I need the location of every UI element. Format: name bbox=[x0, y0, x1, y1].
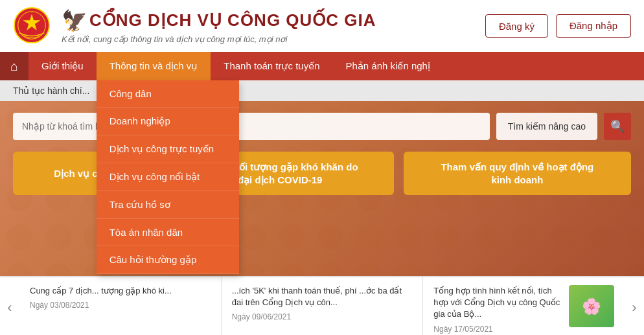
header: 🦅 CỔNG DỊCH VỤ CÔNG QUỐC GIA Kết nối, cu… bbox=[0, 0, 644, 52]
news-thumb-2: 🌸 bbox=[569, 285, 614, 327]
nav-label-thong-tin: Thông tin và dịch vụ bbox=[109, 60, 198, 72]
login-button[interactable]: Đăng nhập bbox=[556, 14, 631, 38]
news-item-2: Tổng hợp tình hình kết nối, tích hợp với… bbox=[423, 277, 625, 335]
dropdown-item-dich-vu-cong-truc-tuyen[interactable]: Dịch vụ công trực tuyến bbox=[97, 135, 239, 163]
news-date-0: Ngày 03/08/2021 bbox=[30, 301, 211, 310]
nav-item-phan-anh[interactable]: Phản ánh kiến nghị bbox=[333, 52, 443, 80]
dropdown-item-doanh-nghiep[interactable]: Doanh nghiệp bbox=[97, 108, 239, 135]
nav-label-phan-anh: Phản ánh kiến nghị bbox=[346, 60, 430, 72]
dropdown-item-toa-an[interactable]: Tòa án nhân dân bbox=[97, 219, 239, 246]
nav-label-thanh-toan: Thanh toán trực tuyến bbox=[224, 60, 319, 72]
news-title-2: Tổng hợp tình hình kết nối, tích hợp với… bbox=[433, 285, 564, 321]
nav-item-gioi-thieu[interactable]: Giới thiệu bbox=[29, 52, 97, 80]
dropdown-item-cong-dan[interactable]: Công dân bbox=[97, 80, 239, 108]
news-prev-button[interactable]: ‹ bbox=[0, 277, 19, 335]
news-title-1: ...ích '5K' khi thanh toán thuế, phí ...… bbox=[232, 285, 413, 308]
search-submit-button[interactable]: 🔍 bbox=[604, 113, 631, 140]
news-item-1: ...ích '5K' khi thanh toán thuế, phí ...… bbox=[222, 277, 424, 335]
logo-bird-icon: 🦅 bbox=[62, 8, 88, 33]
header-buttons: Đăng ký Đăng nhập bbox=[485, 14, 631, 38]
news-item-0: Cung cấp 7 dịch... tượng gặp khó ki... N… bbox=[19, 277, 222, 335]
nav-item-thong-tin[interactable]: Thông tin và dịch vụ Công dân Doanh nghi… bbox=[97, 52, 211, 80]
news-row: ‹ Cung cấp 7 dịch... tượng gặp khó ki...… bbox=[0, 276, 644, 335]
search-advanced-button[interactable]: Tìm kiếm nâng cao bbox=[496, 113, 597, 140]
news-date-2: Ngày 17/05/2021 bbox=[433, 325, 564, 334]
logo-subtitle-text: Kết nối, cung cấp thông tin và dịch vụ c… bbox=[62, 34, 485, 44]
search-input[interactable] bbox=[13, 113, 490, 140]
logo-title-text: CỔNG DỊCH VỤ CÔNG QUỐC GIA bbox=[89, 10, 376, 30]
register-button[interactable]: Đăng ký bbox=[485, 14, 548, 38]
news-title-0: Cung cấp 7 dịch... tượng gặp khó ki... bbox=[30, 285, 211, 297]
nav-bar: ⌂ Giới thiệu Thông tin và dịch vụ Công d… bbox=[0, 52, 644, 80]
news-items: Cung cấp 7 dịch... tượng gặp khó ki... N… bbox=[19, 277, 625, 335]
home-icon: ⌂ bbox=[10, 59, 18, 74]
action-label-2: Tham vấn quy định về hoạt động kinh doan… bbox=[441, 161, 593, 185]
dropdown-item-cau-hoi[interactable]: Câu hỏi thường gặp bbox=[97, 246, 239, 274]
nav-home-button[interactable]: ⌂ bbox=[0, 52, 29, 80]
dropdown-item-tra-cuu[interactable]: Tra cứu hồ sơ bbox=[97, 191, 239, 219]
nav-label-gioi-thieu: Giới thiệu bbox=[41, 60, 84, 72]
sub-header-text: Thủ tục hành chí... bbox=[13, 86, 89, 96]
news-next-button[interactable]: › bbox=[625, 277, 644, 335]
news-date-1: Ngày 09/06/2021 bbox=[232, 312, 413, 321]
nav-item-thanh-toan[interactable]: Thanh toán trực tuyến bbox=[211, 52, 332, 80]
nav-dropdown: Công dân Doanh nghiệp Dịch vụ công trực … bbox=[97, 80, 239, 274]
logo-text: 🦅 CỔNG DỊCH VỤ CÔNG QUỐC GIA Kết nối, cu… bbox=[62, 8, 485, 44]
dropdown-item-dich-vu-cong-noi-bat[interactable]: Dịch vụ công nổi bật bbox=[97, 163, 239, 191]
logo-emblem bbox=[13, 6, 52, 45]
logo-title: 🦅 CỔNG DỊCH VỤ CÔNG QUỐC GIA bbox=[62, 8, 485, 33]
search-icon: 🔍 bbox=[610, 119, 625, 133]
action-btn-tham-van[interactable]: Tham vấn quy định về hoạt động kinh doan… bbox=[404, 152, 631, 195]
